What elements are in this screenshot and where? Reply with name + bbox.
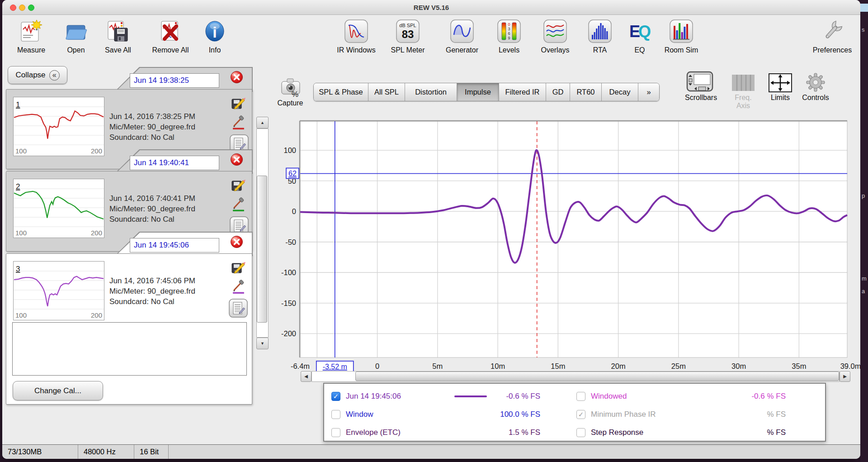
info-label: Info bbox=[189, 46, 241, 54]
legend-value: % FS bbox=[767, 410, 786, 419]
levels-icon: 0369 bbox=[483, 17, 535, 45]
background-window-glyph: a bbox=[862, 288, 865, 295]
svg-text:9: 9 bbox=[508, 36, 510, 40]
background-window-edge bbox=[860, 4, 868, 12]
y-tick-label: 100 bbox=[283, 146, 296, 154]
x-tick-label: -6.4m bbox=[291, 362, 310, 370]
measurement-card-3[interactable]: 3 100 200 Jun 14, 2016 7:45:06 PM Mic/Me… bbox=[6, 232, 253, 405]
room-sim-icon bbox=[655, 17, 708, 45]
trace-color-brush-icon[interactable] bbox=[232, 115, 245, 132]
change-cal-button[interactable]: Change Cal... bbox=[13, 381, 103, 400]
h-scrollbar-thumb[interactable] bbox=[355, 372, 839, 381]
background-window-glyph: s bbox=[862, 26, 865, 33]
measurement-info: Jun 14, 2016 7:38:25 PM Mic/Meter: 90_de… bbox=[109, 111, 195, 143]
svg-text:200: 200 bbox=[91, 311, 102, 319]
svg-text:0: 0 bbox=[508, 22, 510, 27]
delete-measurement-icon[interactable] bbox=[230, 71, 243, 86]
trace-color-brush-icon[interactable] bbox=[232, 279, 245, 296]
generator-icon bbox=[436, 17, 488, 45]
legend-value: -0.6 % FS bbox=[506, 392, 540, 401]
measurement-name-field[interactable] bbox=[130, 156, 219, 170]
notes-icon[interactable] bbox=[229, 299, 248, 319]
status-cell-1: 48000 Hz bbox=[78, 445, 134, 459]
save-measurement-icon[interactable] bbox=[231, 95, 245, 111]
x-tick-label: 0 bbox=[375, 362, 379, 370]
svg-text:i: i bbox=[212, 24, 217, 41]
status-bar: 73/130MB48000 Hz16 Bit bbox=[2, 444, 860, 459]
preferences-label: Preferences bbox=[806, 46, 859, 54]
legend-left-row-0: ✓ Jun 14 19:45:06 -0.6 % FS bbox=[331, 390, 540, 403]
cursor-x-value: -3.52 m bbox=[323, 363, 347, 371]
save-all-button[interactable]: Save All bbox=[92, 17, 144, 61]
room-sim-button[interactable]: Room Sim bbox=[655, 17, 708, 61]
measurement-thumbnail: 2 100 200 bbox=[13, 179, 104, 238]
scroll-left-arrow[interactable]: ◀ bbox=[301, 371, 311, 382]
trace-legend-panel: ✓ Jun 14 19:45:06 -0.6 % FS Window 100.0… bbox=[323, 383, 826, 442]
x-tick-label: 20m bbox=[611, 362, 626, 370]
levels-button[interactable]: 0369 Levels bbox=[483, 17, 535, 61]
y-tick-label: 0 bbox=[292, 207, 296, 215]
measurement-info: Jun 14, 2016 7:40:41 PM Mic/Meter: 90_de… bbox=[109, 193, 195, 224]
measurement-name-field[interactable] bbox=[130, 238, 219, 252]
legend-right-row-2: Step Response % FS bbox=[576, 426, 786, 439]
save-all-label: Save All bbox=[92, 46, 144, 54]
legend-label: Jun 14 19:45:06 bbox=[346, 392, 401, 401]
measurement-scrollbar[interactable]: ▲ ▼ bbox=[256, 117, 269, 349]
checkbox[interactable] bbox=[576, 392, 585, 401]
y-tick-label: -50 bbox=[285, 238, 296, 246]
legend-right-row-0: Windowed -0.6 % FS bbox=[576, 390, 786, 403]
checkbox[interactable] bbox=[576, 428, 585, 437]
y-tick-label: -200 bbox=[281, 329, 296, 338]
scroll-up-arrow[interactable]: ▲ bbox=[256, 117, 269, 129]
measurement-thumbnail: 1 100 200 bbox=[13, 97, 104, 156]
legend-right-row-1: ✓ Minimum Phase IR % FS bbox=[576, 408, 786, 421]
scroll-right-arrow[interactable]: ▶ bbox=[840, 371, 850, 382]
info-button[interactable]: i Info bbox=[189, 17, 241, 61]
delete-measurement-icon[interactable] bbox=[230, 235, 243, 250]
legend-label: Windowed bbox=[591, 392, 627, 401]
svg-text:Q: Q bbox=[638, 22, 651, 41]
x-tick-label: 5m bbox=[432, 362, 443, 370]
generator-label: Generator bbox=[436, 46, 488, 54]
checkbox[interactable]: ✓ bbox=[331, 392, 340, 401]
measurement-name-field[interactable] bbox=[130, 73, 219, 88]
legend-value: % FS bbox=[767, 428, 786, 437]
ir-windows-label: IR Windows bbox=[330, 46, 382, 54]
notes-textarea[interactable] bbox=[12, 322, 247, 376]
background-window-glyph: m bbox=[862, 275, 867, 282]
spl-meter-button[interactable]: dB SPL83 SPL Meter bbox=[382, 17, 434, 61]
legend-label: Minimum Phase IR bbox=[591, 410, 656, 419]
trace-color-brush-icon[interactable] bbox=[232, 197, 245, 214]
measurement-info: Jun 14, 2016 7:45:06 PM Mic/Meter: 90_de… bbox=[109, 276, 195, 307]
cursor-y-value: 62 bbox=[288, 170, 297, 177]
scroll-down-arrow[interactable]: ▼ bbox=[256, 338, 269, 349]
app-window: REW V5.16 Measure Open Save All Remove A… bbox=[2, 0, 860, 459]
svg-text:1: 1 bbox=[16, 100, 20, 109]
y-tick-label: -150 bbox=[281, 299, 296, 307]
legend-left-row-2: Envelope (ETC) 1.5 % FS bbox=[331, 426, 540, 439]
impulse-chart[interactable]: 100500-50-100-150-200%62-6.4m05m10m15m20… bbox=[274, 89, 860, 383]
scrollbar-thumb[interactable] bbox=[257, 176, 267, 323]
legend-label: Window bbox=[346, 410, 373, 419]
save-measurement-icon[interactable] bbox=[231, 177, 245, 193]
save-measurement-icon[interactable] bbox=[231, 259, 245, 276]
legend-value: -0.6 % FS bbox=[751, 392, 786, 401]
svg-text:100: 100 bbox=[15, 311, 27, 319]
svg-text:6: 6 bbox=[508, 31, 510, 36]
delete-measurement-icon[interactable] bbox=[230, 153, 243, 168]
x-tick-label: 39.0m s bbox=[840, 362, 860, 370]
measurement-thumbnail: 3 100 200 bbox=[13, 261, 104, 320]
generator-button[interactable]: Generator bbox=[436, 17, 488, 61]
legend-value: 100.0 % FS bbox=[500, 410, 540, 419]
spl-meter-icon: dB SPL83 bbox=[382, 17, 434, 45]
save-all-icon bbox=[92, 17, 144, 45]
status-cell-3 bbox=[169, 445, 860, 459]
checkbox[interactable]: ✓ bbox=[576, 410, 585, 419]
ir-windows-button[interactable]: IR Windows bbox=[330, 17, 382, 61]
checkbox[interactable] bbox=[331, 410, 340, 419]
legend-left-row-1: Window 100.0 % FS bbox=[331, 408, 540, 421]
chart-h-scrollbar[interactable]: ◀ ▶ bbox=[301, 371, 850, 382]
plot-area[interactable] bbox=[300, 121, 847, 357]
preferences-button[interactable]: Preferences bbox=[806, 17, 859, 61]
checkbox[interactable] bbox=[331, 428, 340, 437]
